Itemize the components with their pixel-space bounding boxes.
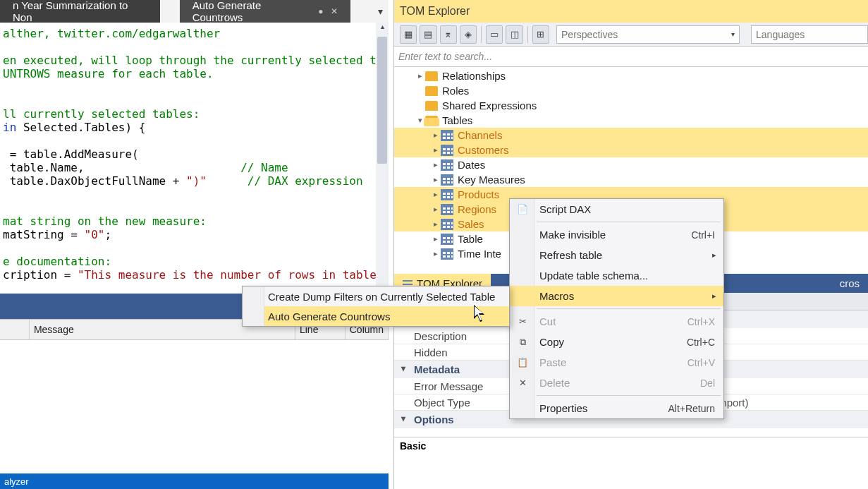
tree-row[interactable]: ▸Channels	[394, 128, 868, 143]
tree-item-label: Regions	[458, 203, 496, 215]
menu-separator	[537, 308, 721, 309]
menu-item[interactable]: PropertiesAlt+Return	[510, 398, 723, 418]
menu-item[interactable]: 📄Script DAX	[510, 199, 723, 219]
editor-pane: n Year Summarization to Non Auto Generat…	[0, 0, 389, 489]
menu-item-label: Delete	[539, 377, 570, 389]
menu-item[interactable]: Make invisibleCtrl+I	[510, 224, 723, 245]
menu-item[interactable]: Refresh table▸	[510, 245, 723, 265]
table-icon	[441, 189, 453, 200]
expand-icon[interactable]: ▸	[431, 249, 441, 258]
table-icon	[441, 248, 453, 260]
scroll-up-icon[interactable]: ▴	[376, 23, 389, 30]
menu-item-label: Script DAX	[539, 203, 591, 215]
props-footer: Basic	[394, 437, 868, 466]
expand-icon[interactable]: ▸	[431, 175, 441, 184]
editor-tab-1-close-icon[interactable]: ✕	[331, 6, 338, 16]
app-root: n Year Summarization to Non Auto Generat…	[0, 0, 868, 489]
table-icon	[441, 219, 453, 230]
cut-icon: ✂	[517, 316, 528, 327]
tb-layout-icon[interactable]: ⊞	[532, 25, 549, 44]
tree-row[interactable]: ▸Customers	[394, 143, 868, 157]
expand-icon[interactable]: ▸	[415, 71, 425, 80]
macros-submenu[interactable]: Create Dump Filters on Currently Selecte…	[242, 286, 510, 327]
menu-item-label: Copy	[539, 336, 564, 348]
statusbar: alyzer	[0, 473, 389, 489]
tree-row[interactable]: Roles	[394, 83, 868, 98]
tree-item-label: Products	[458, 188, 499, 200]
menu-item-label: Macros	[539, 290, 574, 302]
table-icon	[441, 204, 453, 215]
menu-separator	[537, 395, 721, 396]
table-icon	[441, 145, 453, 156]
tb-folder-icon[interactable]: ▭	[486, 25, 503, 44]
expand-icon[interactable]: ▸	[431, 145, 441, 155]
tree-row[interactable]: Shared Expressions	[394, 98, 868, 113]
editor-tab-1[interactable]: Auto Generate Countrows ● ✕	[180, 0, 350, 23]
menu-item: ✂CutCtrl+X	[510, 311, 723, 332]
folder-icon	[425, 71, 438, 81]
tree-row[interactable]: ▾Tables	[394, 113, 868, 128]
menu-item-label: Cut	[539, 315, 556, 327]
tb-measures-icon[interactable]: ▤	[420, 25, 436, 44]
delete-icon: ✕	[517, 378, 528, 389]
table-icon	[441, 159, 453, 171]
table-icon	[441, 130, 453, 141]
submenu-arrow-icon: ▸	[712, 250, 716, 260]
menu-item-label: Properties	[539, 402, 587, 414]
menu-item[interactable]: Macros▸	[510, 286, 723, 306]
explorer-title: TOM Explorer	[394, 0, 868, 23]
expand-icon[interactable]: ▸	[431, 190, 441, 199]
context-menu[interactable]: 📄Script DAXMake invisibleCtrl+IRefresh t…	[509, 198, 724, 419]
menu-item-label: Paste	[539, 356, 566, 368]
tree-row[interactable]: ▸Relationships	[394, 68, 868, 83]
expand-icon[interactable]: ▸	[431, 131, 441, 140]
editor-tab-1-label: Auto Generate Countrows	[192, 0, 312, 23]
menu-item-shortcut: Ctrl+X	[687, 316, 715, 327]
expand-icon[interactable]: ▸	[431, 160, 441, 169]
submenu-item[interactable]: Create Dump Filters on Currently Selecte…	[243, 286, 509, 306]
tree-item-label: Customers	[458, 144, 509, 156]
tree-item-label: Key Measures	[458, 174, 525, 186]
menu-item-shortcut: Ctrl+C	[687, 337, 715, 348]
menu-item[interactable]: ⧉CopyCtrl+C	[510, 332, 723, 352]
menu-item: 📋PasteCtrl+V	[510, 352, 723, 373]
tree-item-label: Roles	[442, 85, 469, 97]
folder-icon	[425, 86, 438, 96]
editor-tab-0-label: n Year Summarization to Non	[13, 0, 147, 23]
explorer-search-input[interactable]: Enter text to search...	[394, 47, 868, 67]
scroll-thumb[interactable]	[377, 37, 387, 164]
tree-item-label: Shared Expressions	[442, 99, 537, 111]
tb-cube-icon[interactable]: ◈	[460, 25, 477, 44]
col-icon[interactable]	[0, 320, 30, 339]
editor-tab-1-dirty-icon: ●	[318, 6, 323, 16]
menu-item-label: Make invisible	[539, 229, 606, 241]
languages-dropdown[interactable]: Languages	[751, 25, 868, 44]
editor-tabs-overflow[interactable]: ▾	[372, 0, 389, 23]
tb-columns-icon[interactable]: ▦	[400, 25, 417, 44]
toolbar-separator-2	[527, 26, 528, 43]
submenu-item[interactable]: Auto Generate Countrows	[243, 306, 509, 326]
toolbar-separator	[481, 26, 482, 43]
perspectives-dropdown[interactable]: Perspectives ▾	[556, 25, 740, 44]
tb-hierarchy-icon[interactable]: ⌆	[440, 25, 457, 44]
tab-macros[interactable]: cros	[831, 274, 868, 293]
expand-icon[interactable]: ▸	[431, 234, 441, 243]
submenu-gutter	[243, 286, 264, 326]
tree-row[interactable]: ▸Key Measures	[394, 172, 868, 187]
tree-item-label: Dates	[458, 159, 485, 171]
tree-row[interactable]: ▸Dates	[394, 157, 868, 172]
tree-item-label: Channels	[458, 129, 502, 141]
status-tab[interactable]: alyzer	[4, 476, 29, 487]
expand-icon[interactable]: ▸	[431, 219, 441, 229]
expand-icon[interactable]: ▸	[431, 205, 441, 214]
editor-vscrollbar[interactable]: ▴ ▾	[376, 23, 389, 293]
menu-item[interactable]: Update table schema...	[510, 265, 723, 286]
explorer-toolbar: ▦ ▤ ⌆ ◈ ▭ ◫ ⊞ Perspectives ▾ Languages	[394, 23, 868, 47]
paste-icon: 📋	[517, 357, 528, 368]
menu-separator	[537, 222, 721, 222]
editor-tab-0[interactable]: n Year Summarization to Non	[0, 0, 160, 23]
code-editor[interactable]: alther, twitter.com/edgarwalther en exec…	[0, 23, 389, 293]
tb-edit-icon[interactable]: ◫	[506, 25, 522, 44]
folder-icon	[425, 101, 438, 111]
tree-item-label: Tables	[442, 114, 472, 126]
